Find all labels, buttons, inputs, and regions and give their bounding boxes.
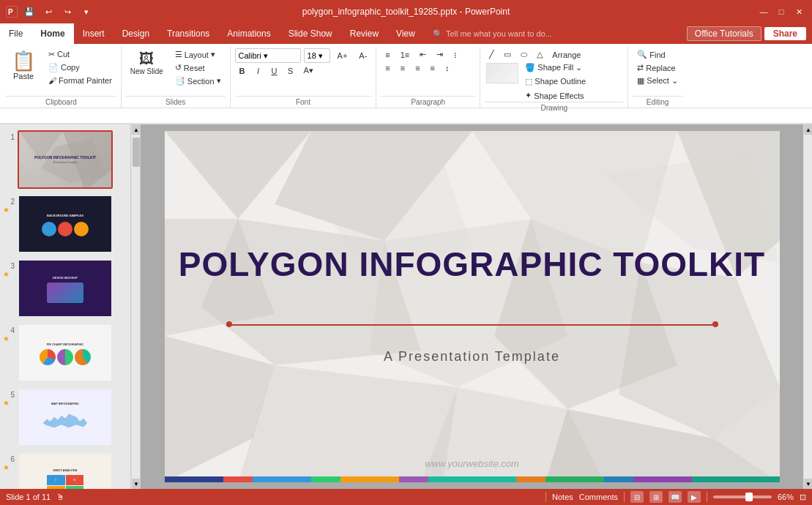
paste-button[interactable]: 📋 Paste (6, 48, 41, 83)
shape-fill-button[interactable]: 🪣 Shape Fill ⌄ (521, 61, 590, 74)
zoom-slider[interactable] (713, 495, 772, 498)
increase-font-button[interactable]: A+ (333, 50, 352, 61)
shape-rect-button[interactable]: ▭ (499, 48, 515, 61)
slide-num-6: 6 (3, 452, 15, 463)
slide-thumb-4[interactable]: 4 ★ PIE CHART INFOGRAPHIC (3, 323, 127, 382)
slides-scrollbar[interactable]: ▲ ▼ (131, 124, 140, 489)
section-button[interactable]: 📑 Section ▾ (171, 75, 226, 87)
menu-item-design[interactable]: Design (113, 23, 158, 44)
find-button[interactable]: 🔍 Find (633, 48, 682, 61)
layout-button[interactable]: ☰ Layout ▾ (171, 48, 226, 61)
menu-item-review[interactable]: Review (341, 23, 387, 44)
strikethrough-button[interactable]: S (283, 65, 298, 77)
slide-watermark: www.yourwebsite.com (425, 458, 519, 469)
menu-item-view[interactable]: View (387, 23, 424, 44)
office-tutorials-button[interactable]: Office Tutorials (687, 26, 761, 41)
ribbon-group-font: Calibri ▾ 18 ▾ A+ A- B I U S A▾ Font (232, 47, 377, 108)
share-button[interactable]: Share (764, 27, 806, 40)
slide-subtitle: A Presentation Template (384, 349, 560, 364)
numbering-button[interactable]: 1≡ (396, 48, 414, 61)
slide-thumb-5[interactable]: 5 ★ MAP INFOGRAPHIC (3, 388, 127, 446)
fit-button[interactable]: ⊡ (800, 493, 806, 502)
right-scroll-down-button[interactable]: ▼ (804, 479, 812, 489)
notes-button[interactable]: Notes (552, 493, 573, 501)
slide-thumb-2[interactable]: 2 ★ BACKGROUND SAMPLES (3, 195, 127, 253)
arrange-button[interactable]: Arrange (548, 48, 585, 61)
shape-outline-button[interactable]: ⬚ Shape Outline (521, 75, 590, 88)
copy-button[interactable]: 📄 Copy (44, 61, 116, 74)
slide-thumb-img-2[interactable]: BACKGROUND SAMPLES (18, 195, 113, 253)
scroll-thumb[interactable] (133, 138, 140, 167)
line-spacing-button[interactable]: ↕ (441, 62, 454, 74)
main-area: 1 POLYGON INFOGRAPHIC TOOLKIT A Presenta… (0, 124, 812, 489)
columns-button[interactable]: ⫶ (449, 48, 462, 61)
paste-label: Paste (13, 72, 34, 81)
slide-thumb-img-4[interactable]: PIE CHART INFOGRAPHIC (18, 323, 113, 382)
redo-button[interactable]: ↪ (60, 4, 75, 19)
decrease-font-button[interactable]: A- (354, 50, 371, 61)
menu-item-file[interactable]: File (0, 23, 31, 44)
slide-thumb-1[interactable]: 1 POLYGON INFOGRAPHIC TOOLKIT A Presenta… (3, 130, 127, 189)
slide-thumb-img-6[interactable]: SWOT ANALYSIS S W O T (18, 452, 113, 489)
slide-num-1: 1 (3, 130, 15, 141)
menu-item-transitions[interactable]: Transitions (158, 23, 218, 44)
italic-button[interactable]: I (251, 65, 266, 77)
font-family-dropdown[interactable]: Calibri ▾ (235, 48, 301, 63)
window-title: polygon_infographic_toolkit_19285.pptx -… (302, 7, 510, 17)
justify-button[interactable]: ≡ (426, 62, 439, 74)
quick-styles-box[interactable] (486, 63, 518, 83)
bold-button[interactable]: B (235, 65, 250, 77)
select-button[interactable]: ▦ Select ⌄ (633, 75, 682, 87)
slide-thumb-img-5[interactable]: MAP INFOGRAPHIC (18, 388, 113, 446)
undo-button[interactable]: ↩ (41, 4, 56, 19)
cut-button[interactable]: ✂ Cut (44, 48, 116, 61)
reading-view-button[interactable]: 📖 (668, 491, 682, 503)
menu-item-insert[interactable]: Insert (74, 23, 113, 44)
menu-item-slideshow[interactable]: Slide Show (280, 23, 341, 44)
zoom-level: 66% (778, 493, 794, 501)
new-slide-button[interactable]: 🖼 New Slide (126, 48, 168, 78)
font-size-dropdown[interactable]: 18 ▾ (304, 48, 330, 63)
close-button[interactable]: ✕ (791, 4, 806, 19)
title-bar-right: — □ ✕ (756, 4, 806, 19)
scroll-up-button[interactable]: ▲ (132, 124, 141, 135)
bullets-button[interactable]: ≡ (381, 48, 394, 61)
slide-thumb-3[interactable]: 3 ★ DEVICE MOCKUP (3, 259, 127, 318)
shape-effects-button[interactable]: ✦ Shape Effects (521, 89, 590, 102)
minimize-button[interactable]: — (756, 4, 771, 19)
shape-triangle-button[interactable]: △ (532, 48, 547, 61)
slide-num-2: 2 (3, 195, 15, 206)
zoom-thumb[interactable] (745, 493, 753, 501)
customize-button[interactable]: ▾ (79, 4, 94, 19)
decrease-indent-button[interactable]: ⇤ (415, 48, 431, 61)
shape-oval-button[interactable]: ⬭ (516, 48, 532, 61)
slideshow-button[interactable]: ▶ (688, 491, 701, 503)
slide-colorbar (165, 476, 780, 482)
save-button[interactable]: 💾 (22, 4, 37, 19)
increase-indent-button[interactable]: ⇥ (432, 48, 447, 61)
replace-button[interactable]: ⇄ Replace (633, 61, 682, 74)
slides-col: ☰ Layout ▾ ↺ Reset 📑 Section ▾ (171, 48, 226, 87)
align-left-button[interactable]: ≡ (381, 62, 394, 74)
maximize-button[interactable]: □ (774, 4, 789, 19)
normal-view-button[interactable]: ⊟ (630, 491, 644, 503)
format-painter-button[interactable]: 🖌 Format Painter (44, 75, 116, 86)
scroll-down-button[interactable]: ▼ (132, 479, 141, 489)
right-scroll-up-button[interactable]: ▲ (804, 124, 812, 135)
menu-item-animations[interactable]: Animations (218, 23, 279, 44)
font-color-button[interactable]: A▾ (299, 64, 318, 77)
slide-sorter-button[interactable]: ⊞ (649, 491, 663, 503)
underline-button[interactable]: U (267, 65, 282, 77)
align-right-button[interactable]: ≡ (411, 62, 424, 74)
reset-button[interactable]: ↺ Reset (171, 61, 226, 74)
shape-line-button[interactable]: ╱ (485, 48, 499, 61)
slide-thumb-img-1[interactable]: POLYGON INFOGRAPHIC TOOLKIT A Presentati… (18, 130, 113, 189)
main-scrollbar-right[interactable]: ▲ ▼ (803, 124, 812, 489)
align-center-button[interactable]: ≡ (396, 62, 409, 74)
editing-content: 🔍 Find ⇄ Replace ▦ Select ⌄ (633, 47, 682, 96)
menu-search[interactable]: 🔍 Tell me what you want to do... (424, 23, 561, 44)
slide-thumb-6[interactable]: 6 ★ SWOT ANALYSIS S W O T (3, 452, 127, 489)
comments-button[interactable]: Comments (579, 493, 618, 501)
slide-thumb-img-3[interactable]: DEVICE MOCKUP (18, 259, 113, 318)
menu-item-home[interactable]: Home (31, 23, 73, 44)
